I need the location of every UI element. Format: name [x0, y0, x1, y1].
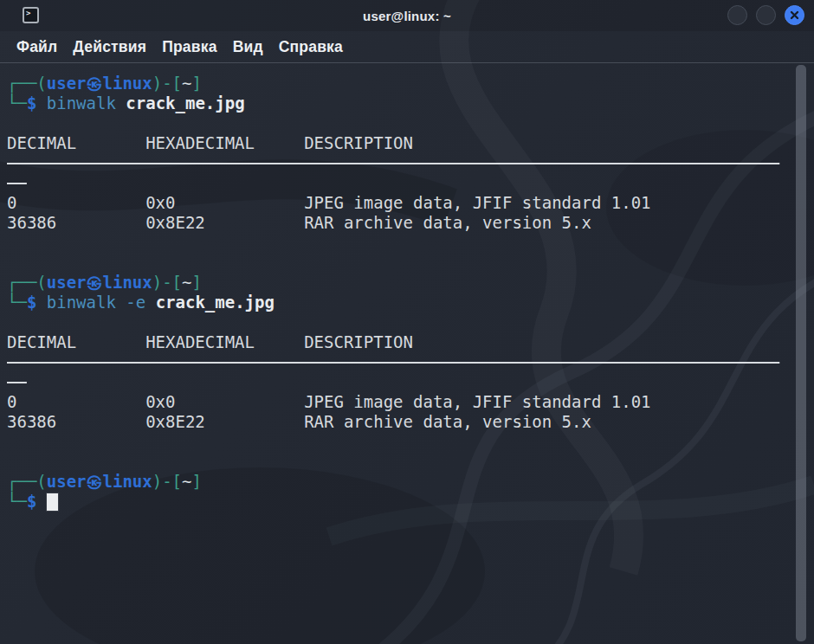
- text-segment-frame: └─: [7, 293, 27, 312]
- table2-row: 0 0x0 JPEG image data, JFIF standard 1.0…: [7, 392, 793, 412]
- text-segment-dollar: $: [27, 492, 36, 511]
- prompt2-command: └─$ binwalk -e crack_me.jpg: [7, 293, 793, 312]
- blank-line: [7, 432, 793, 452]
- prompt3-line1: ┌──(user㉿linux)-[~]: [7, 472, 793, 492]
- maximize-button[interactable]: [756, 5, 776, 25]
- text-segment-user: ㉿: [87, 74, 103, 93]
- text-segment-user: linux: [103, 472, 152, 491]
- text-segment-out: DECIMAL HEXADECIMAL DESCRIPTION: [7, 133, 413, 152]
- text-segment-frame: )-[: [152, 472, 182, 491]
- text-segment-out: [36, 492, 46, 511]
- text-segment-file: crack_me.jpg: [126, 93, 244, 113]
- text-segment-user: linux: [103, 273, 152, 292]
- text-segment-frame: )-[: [152, 273, 182, 292]
- text-segment-out: 36386 0x8E22 RAR archive data, version 5…: [7, 213, 591, 232]
- text-segment-file: crack_me.jpg: [156, 293, 275, 312]
- text-segment-user: ㉿: [87, 472, 103, 491]
- text-segment-out: [116, 293, 126, 312]
- x-icon: [790, 10, 799, 20]
- table2-separator: ----------------------------------------…: [7, 352, 793, 372]
- scrollbar[interactable]: [796, 65, 806, 641]
- menu-item-5[interactable]: Справка: [271, 38, 351, 56]
- prompt3-input: └─$: [7, 492, 793, 512]
- text-segment-out: [116, 93, 126, 113]
- blank-line: [7, 233, 793, 253]
- table1-header: DECIMAL HEXADECIMAL DESCRIPTION: [7, 133, 793, 153]
- prompt1-line1: ┌──(user㉿linux)-[~]: [7, 74, 793, 93]
- blank-line: [7, 113, 793, 133]
- text-segment-path: ~: [182, 74, 191, 93]
- table1-row: 0 0x0 JPEG image data, JFIF standard 1.0…: [7, 193, 793, 213]
- blank-line: [7, 452, 793, 472]
- text-segment-out: DECIMAL HEXADECIMAL DESCRIPTION: [7, 332, 413, 351]
- text-segment-frame: ┌──(: [7, 472, 47, 491]
- text-segment-out: [145, 293, 155, 312]
- table2-header: DECIMAL HEXADECIMAL DESCRIPTION: [7, 332, 793, 352]
- text-segment-user: ㉿: [87, 273, 103, 292]
- text-segment-cmd: binwalk: [47, 293, 116, 312]
- menu-item-4[interactable]: Вид: [225, 38, 271, 56]
- terminal-icon[interactable]: >: [23, 7, 39, 23]
- text-segment-out: [36, 293, 46, 312]
- text-segment-sep: ----------------------------------------…: [7, 352, 779, 371]
- close-button[interactable]: [785, 5, 804, 25]
- text-segment-dollar: $: [27, 93, 36, 113]
- text-segment-user: user: [47, 74, 87, 93]
- titlebar: > user@linux: ~: [0, 0, 814, 31]
- text-segment-out: 0 0x0 JPEG image data, JFIF standard 1.0…: [7, 193, 651, 212]
- menu-item-1[interactable]: Файл: [9, 38, 65, 56]
- text-segment-sep: ----------------------------------------…: [7, 153, 779, 172]
- menu-item-2[interactable]: Действия: [65, 38, 154, 56]
- text-segment-cmd: -e: [126, 293, 145, 312]
- table1-row: 36386 0x8E22 RAR archive data, version 5…: [7, 213, 793, 233]
- text-segment-cmd: binwalk: [47, 93, 116, 113]
- text-segment-frame: ]: [192, 273, 202, 292]
- text-segment-frame: ]: [192, 74, 202, 93]
- blank-line: [7, 253, 793, 273]
- text-segment-path: ~: [182, 472, 191, 491]
- text-segment-out: 0 0x0 JPEG image data, JFIF standard 1.0…: [7, 392, 651, 411]
- text-segment-out: [36, 93, 46, 113]
- scrollbar-thumb[interactable]: [796, 65, 806, 641]
- text-segment-out: 36386 0x8E22 RAR archive data, version 5…: [7, 412, 591, 431]
- text-segment-frame: ┌──(: [7, 74, 47, 93]
- text-segment-sep: --: [7, 173, 27, 192]
- table2-row: 36386 0x8E22 RAR archive data, version 5…: [7, 412, 793, 432]
- table2-separator-wrap: --: [7, 372, 793, 392]
- table1-separator: ----------------------------------------…: [7, 153, 793, 173]
- prompt2-line1: ┌──(user㉿linux)-[~]: [7, 273, 793, 293]
- terminal-icon-glyph: >: [26, 9, 30, 17]
- prompt1-command: └─$ binwalk crack_me.jpg: [7, 93, 793, 113]
- text-segment-frame: ┌──(: [7, 273, 47, 292]
- text-segment-frame: )-[: [152, 74, 182, 93]
- table1-separator-wrap: --: [7, 173, 793, 193]
- terminal-cursor: [47, 493, 58, 511]
- terminal-output[interactable]: ┌──(user㉿linux)-[~]└─$ binwalk crack_me.…: [0, 63, 814, 512]
- terminal-window: > user@linux: ~ ФайлДействияПравкаВидСпр…: [0, 0, 814, 644]
- text-segment-frame: └─: [7, 492, 27, 511]
- blank-line: [7, 312, 793, 332]
- minimize-button[interactable]: [727, 5, 747, 25]
- text-segment-user: user: [47, 472, 87, 491]
- text-segment-frame: ]: [192, 472, 202, 491]
- text-segment-user: user: [47, 273, 87, 292]
- text-segment-frame: └─: [7, 93, 27, 113]
- menu-item-3[interactable]: Правка: [154, 38, 224, 56]
- window-buttons: [727, 5, 804, 25]
- text-segment-sep: --: [7, 372, 27, 391]
- text-segment-path: ~: [182, 273, 191, 292]
- menubar: ФайлДействияПравкаВидСправка: [0, 31, 814, 63]
- text-segment-dollar: $: [27, 293, 36, 312]
- window-title: user@linux: ~: [0, 9, 814, 23]
- text-segment-user: linux: [103, 74, 152, 93]
